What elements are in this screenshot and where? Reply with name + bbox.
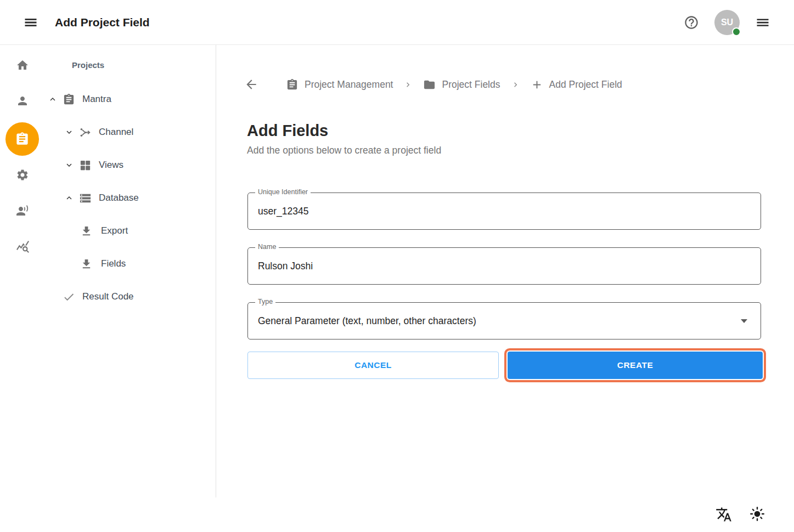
breadcrumb-label: Project Fields xyxy=(442,79,500,90)
sidebar-item-label: Channel xyxy=(99,127,133,138)
chevron-down-icon[interactable] xyxy=(64,160,74,170)
user-icon[interactable] xyxy=(16,94,29,107)
clipboard-icon xyxy=(63,93,75,106)
chevron-up-icon[interactable] xyxy=(64,193,74,203)
analytics-search-icon[interactable] xyxy=(16,240,29,253)
name-input[interactable] xyxy=(258,248,741,284)
help-icon[interactable] xyxy=(684,15,699,30)
breadcrumb: Project Management Project Fields Add Pr… xyxy=(244,76,622,93)
database-icon xyxy=(79,192,92,205)
form-subtitle: Add the options below to create a projec… xyxy=(247,145,441,156)
clipboard-icon xyxy=(15,132,30,146)
folder-icon xyxy=(423,78,436,91)
sidebar-item-export[interactable]: Export xyxy=(80,224,128,238)
sidebar-section-title: Projects xyxy=(72,60,104,70)
channel-split-icon xyxy=(79,126,92,139)
sidebar-item-label: Database xyxy=(99,193,139,203)
dropdown-caret-icon xyxy=(741,319,747,323)
download-icon xyxy=(80,258,93,270)
breadcrumb-item-project-management[interactable]: Project Management xyxy=(286,78,393,91)
unique-identifier-input[interactable] xyxy=(258,193,741,229)
breadcrumb-label: Add Project Field xyxy=(549,79,622,90)
back-arrow-icon[interactable] xyxy=(244,77,258,92)
sidebar-item-label: Result Code xyxy=(82,291,134,302)
sidebar-item-views[interactable]: Views xyxy=(64,158,123,172)
grid-views-icon xyxy=(79,159,92,172)
page-title: Add Project Field xyxy=(55,0,150,45)
type-label: Type xyxy=(255,298,275,305)
type-selected-value: General Parameter (text, number, other c… xyxy=(258,315,476,327)
type-select[interactable]: Type General Parameter (text, number, ot… xyxy=(247,302,761,339)
sidebar-item-database[interactable]: Database xyxy=(64,191,139,205)
cancel-button[interactable]: CANCEL xyxy=(247,352,499,379)
translate-icon[interactable] xyxy=(716,506,732,523)
projects-active-icon[interactable] xyxy=(5,122,39,156)
breadcrumb-item-project-fields[interactable]: Project Fields xyxy=(423,78,500,91)
sidebar-item-label: Fields xyxy=(101,258,126,269)
breadcrumb-item-add-project-field: Add Project Field xyxy=(531,78,622,91)
plus-icon xyxy=(531,78,543,91)
voice-user-icon[interactable] xyxy=(16,204,29,217)
sidebar-item-label: Mantra xyxy=(82,94,111,105)
unique-identifier-field: Unique Identifier xyxy=(247,193,761,230)
sidebar-item-channel[interactable]: Channel xyxy=(64,125,133,139)
sidebar-item-mantra[interactable]: Mantra xyxy=(48,92,111,106)
sidebar: Projects Mantra Channel Views Database E… xyxy=(0,45,216,497)
online-status-dot xyxy=(732,27,741,36)
sidebar-item-fields[interactable]: Fields xyxy=(80,257,126,271)
download-icon xyxy=(80,225,93,237)
breadcrumb-label: Project Management xyxy=(305,79,393,90)
home-icon[interactable] xyxy=(16,59,29,72)
checkmark-icon xyxy=(63,291,75,303)
create-button[interactable]: CREATE xyxy=(508,352,763,379)
top-bar: Add Project Field SU xyxy=(0,0,794,45)
form-title: Add Fields xyxy=(247,122,328,140)
avatar[interactable]: SU xyxy=(714,10,740,35)
sidebar-item-result-code[interactable]: Result Code xyxy=(63,290,134,304)
name-field: Name xyxy=(247,247,761,285)
avatar-initials: SU xyxy=(721,18,733,27)
brightness-icon[interactable] xyxy=(749,506,765,522)
app-window: Add Project Field SU xyxy=(0,0,794,532)
chevron-down-icon[interactable] xyxy=(64,127,74,137)
main-content: Project Management Project Fields Add Pr… xyxy=(216,45,794,532)
clipboard-icon xyxy=(286,78,299,91)
settings-gear-icon[interactable] xyxy=(16,168,29,182)
sidebar-item-label: Views xyxy=(99,160,123,171)
chevron-right-icon xyxy=(511,80,520,89)
chevron-up-icon[interactable] xyxy=(48,94,58,104)
sidebar-item-label: Export xyxy=(101,225,128,236)
overflow-menu-icon[interactable] xyxy=(755,15,770,30)
chevron-right-icon xyxy=(403,80,413,89)
menu-icon[interactable] xyxy=(23,15,38,30)
